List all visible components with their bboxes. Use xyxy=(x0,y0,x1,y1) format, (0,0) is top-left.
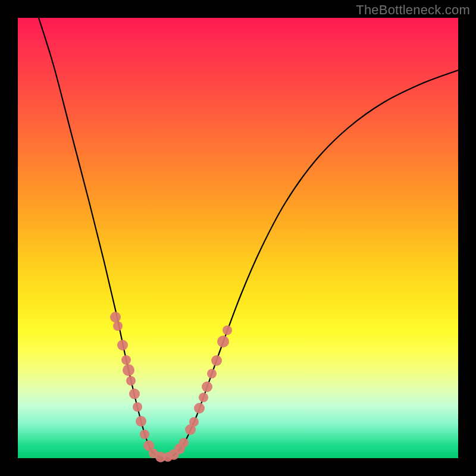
chart-frame: TheBottleneck.com xyxy=(0,0,476,476)
curve-marker xyxy=(110,312,121,322)
curve-marker xyxy=(207,369,217,378)
curve-marker xyxy=(217,336,229,347)
curve-marker xyxy=(129,389,140,399)
curve-marker xyxy=(199,393,208,402)
curve-marker xyxy=(117,340,128,350)
curve-marker xyxy=(223,325,232,335)
bottleneck-curve xyxy=(39,18,458,458)
curve-marker xyxy=(189,417,199,427)
curve-marker xyxy=(140,430,149,439)
curve-marker xyxy=(202,381,212,392)
curve-markers xyxy=(110,312,232,462)
curve-layer xyxy=(18,18,458,458)
plot-area xyxy=(18,18,458,458)
curve-marker xyxy=(179,438,189,447)
curve-marker xyxy=(126,376,136,386)
curve-marker xyxy=(133,402,142,412)
curve-marker xyxy=(211,355,222,366)
curve-marker xyxy=(123,364,134,376)
curve-marker xyxy=(194,403,205,414)
curve-marker xyxy=(136,416,146,427)
curve-marker xyxy=(121,355,131,365)
watermark-text: TheBottleneck.com xyxy=(356,2,470,18)
curve-marker xyxy=(113,321,123,331)
